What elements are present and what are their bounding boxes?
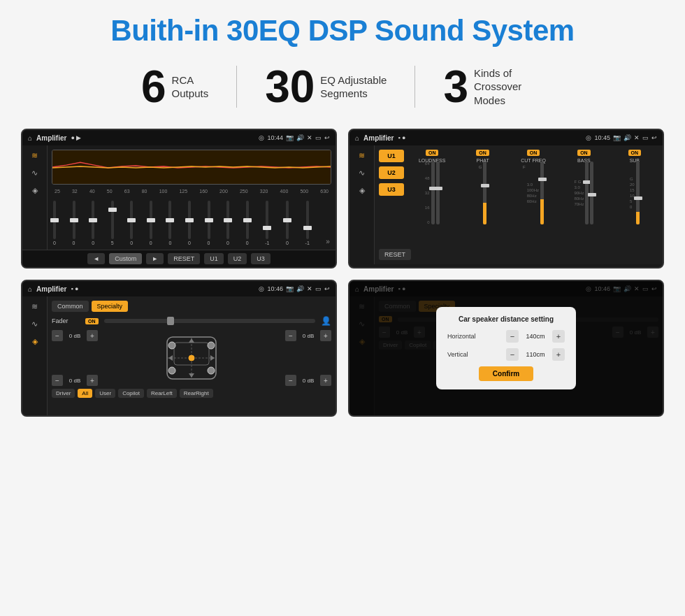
eq-sidebar-wave-icon[interactable]: ∿ <box>31 169 38 178</box>
crossover-time: 10:45 <box>594 134 610 141</box>
eq-time: 10:44 <box>267 134 283 141</box>
eq-u1-btn[interactable]: U1 <box>204 253 224 264</box>
crossover-back-icon[interactable]: ↩ <box>651 134 657 141</box>
eq-reset-btn[interactable]: RESET <box>168 253 200 264</box>
freq-40: 40 <box>89 189 95 194</box>
preset-rearright[interactable]: RearRight <box>180 389 213 398</box>
eq-sidebar-eq-icon[interactable]: ≋ <box>31 151 38 160</box>
vol-minus-tr[interactable]: − <box>285 330 296 341</box>
tab-common[interactable]: Common <box>52 301 89 312</box>
eq-slider-8[interactable]: 0 <box>188 201 191 245</box>
fader-sidebar-wave-icon[interactable]: ∿ <box>31 320 38 329</box>
eq-slider-2[interactable]: 0 <box>73 201 75 245</box>
screen-distance: ⌂ Amplifier ▪ ● ◎ 10:46 📷 🔊 ✕ ▭ ↩ ≋ ∿ ◈ <box>348 280 664 417</box>
eq-slider-14[interactable]: -1 <box>305 201 310 245</box>
crossover-sidebar-wave-icon[interactable]: ∿ <box>359 169 365 178</box>
loudness-toggle[interactable]: ON <box>426 150 439 156</box>
eq-slider-6[interactable]: 0 <box>150 201 152 245</box>
eq-close-icon[interactable]: ✕ <box>307 134 312 141</box>
fader-back-icon[interactable]: ↩ <box>324 285 330 292</box>
tab-specialty[interactable]: Specialty <box>92 301 129 312</box>
vol-plus-tl[interactable]: + <box>87 330 98 341</box>
loudness-slider-r[interactable] <box>436 162 440 224</box>
eq-slider-5[interactable]: 0 <box>130 201 133 245</box>
eq-freq-labels: 25 32 40 50 63 80 100 125 160 200 250 32… <box>52 189 331 194</box>
vol-plus-br[interactable]: + <box>320 375 331 386</box>
eq-slider-7[interactable]: 0 <box>168 201 171 245</box>
stat-eq-desc1: EQ Adjustable <box>320 73 387 87</box>
loudness-slider-l[interactable] <box>431 162 435 224</box>
crossover-status-dots: ▪ ● <box>398 134 405 141</box>
sub-toggle[interactable]: ON <box>628 150 642 156</box>
crossover-home-icon[interactable]: ⌂ <box>355 134 359 142</box>
vol-plus-bl[interactable]: + <box>87 375 98 386</box>
fader-status-dots: ▪ ● <box>71 285 78 292</box>
freq-500: 500 <box>300 189 308 194</box>
eq-sidebar-speaker-icon[interactable]: ◈ <box>32 186 38 195</box>
preset-driver[interactable]: Driver <box>52 389 75 398</box>
dialog-confirm-button[interactable]: Confirm <box>479 366 533 381</box>
vol-minus-tl[interactable]: − <box>52 330 63 341</box>
eq-back-icon[interactable]: ↩ <box>324 134 330 141</box>
fader-sidebar-eq-icon[interactable]: ≋ <box>31 302 38 311</box>
speaker-layout: − 0 dB + − 0 dB + <box>52 330 331 386</box>
crossover-sidebar-eq-icon[interactable]: ≋ <box>359 151 365 160</box>
eq-u3-btn[interactable]: U3 <box>251 253 271 264</box>
eq-slider-9[interactable]: 0 <box>208 201 210 245</box>
crossover-sidebar-speaker-icon[interactable]: ◈ <box>359 186 365 195</box>
eq-slider-13[interactable]: 0 <box>286 201 289 245</box>
eq-slider-4[interactable]: 5 <box>111 201 114 245</box>
crossover-u2-btn[interactable]: U2 <box>379 166 404 179</box>
fader-close-icon[interactable]: ✕ <box>307 285 312 292</box>
eq-u2-btn[interactable]: U2 <box>228 253 247 264</box>
cutfreq-toggle[interactable]: ON <box>527 150 540 156</box>
distance-dialog: Car speaker distance setting Horizontal … <box>436 307 576 389</box>
eq-slider-expand[interactable]: » <box>326 238 330 245</box>
dialog-vertical-plus[interactable]: + <box>552 348 565 361</box>
fader-window-icon[interactable]: ▭ <box>315 285 322 292</box>
dialog-vertical-label: Vertical <box>447 351 489 358</box>
eq-slider-1[interactable]: 0 <box>53 201 56 245</box>
loudness-sliders: 64 48 32 16 0 <box>425 165 440 221</box>
crossover-reset-btn[interactable]: RESET <box>379 249 411 260</box>
eq-slider-3[interactable]: 0 <box>92 201 94 245</box>
phat-slider[interactable] <box>483 162 486 224</box>
cutfreq-slider[interactable] <box>540 162 544 224</box>
fader-thumb[interactable] <box>167 317 174 325</box>
fader-sidebar-speaker-icon[interactable]: ◈ <box>32 337 38 346</box>
vol-minus-bl[interactable]: − <box>52 375 63 386</box>
eq-slider-12[interactable]: -1 <box>265 201 269 245</box>
fader-home-icon[interactable]: ⌂ <box>28 285 32 293</box>
dialog-horizontal-plus[interactable]: + <box>552 330 565 343</box>
sub-slider[interactable] <box>636 162 640 224</box>
dialog-horizontal-minus[interactable]: − <box>506 330 519 343</box>
cutfreq-sliders: F 3.0 100Hz 80Hz 60Hz <box>523 165 544 221</box>
eq-play-btn[interactable]: ► <box>146 253 164 264</box>
eq-custom-btn[interactable]: Custom <box>109 253 142 264</box>
preset-copilot[interactable]: Copilot <box>118 389 144 398</box>
vol-ctrl-tl: − 0 dB + <box>52 330 98 341</box>
eq-window-icon[interactable]: ▭ <box>315 134 322 141</box>
preset-rearleft[interactable]: RearLeft <box>147 389 177 398</box>
eq-slider-10[interactable]: 0 <box>226 201 229 245</box>
crossover-close-icon[interactable]: ✕ <box>634 134 640 141</box>
vol-plus-tr[interactable]: + <box>320 330 331 341</box>
fader-track[interactable] <box>104 319 316 323</box>
crossover-u3-btn[interactable]: U3 <box>379 183 404 196</box>
crossover-window-icon[interactable]: ▭ <box>642 134 649 141</box>
phat-toggle[interactable]: ON <box>476 150 489 156</box>
preset-all[interactable]: All <box>78 389 92 398</box>
eq-slider-11[interactable]: 0 <box>246 201 249 245</box>
fader-toggle[interactable]: ON <box>85 318 99 324</box>
bass-toggle[interactable]: ON <box>577 150 591 156</box>
crossover-u1-btn[interactable]: U1 <box>379 150 404 162</box>
eq-location-icon: ◎ <box>259 134 264 141</box>
bass-slider-g[interactable] <box>590 162 593 224</box>
home-icon[interactable]: ⌂ <box>28 134 32 142</box>
preset-user[interactable]: User <box>95 389 115 398</box>
vol-minus-br[interactable]: − <box>285 375 296 386</box>
eq-prev-btn[interactable]: ◄ <box>87 253 105 264</box>
freq-200: 200 <box>219 189 228 194</box>
dialog-vertical-row: Vertical − 110cm + <box>447 348 565 361</box>
dialog-vertical-minus[interactable]: − <box>506 348 519 361</box>
